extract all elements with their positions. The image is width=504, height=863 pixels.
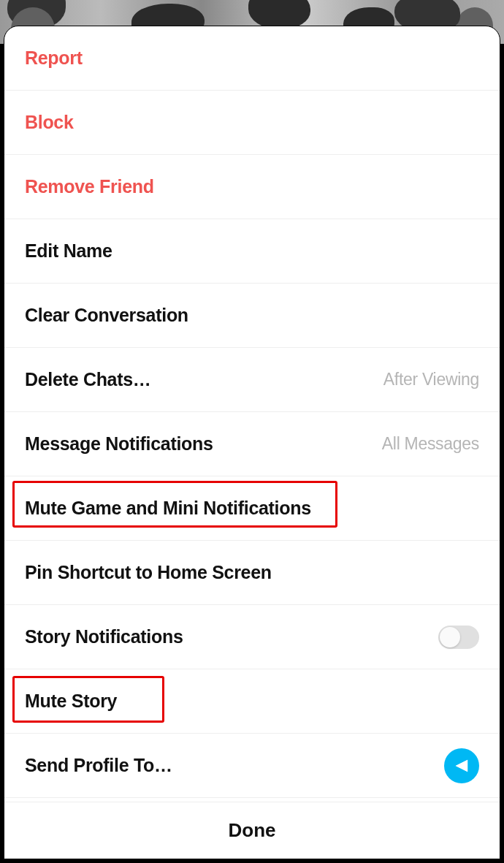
- clear-conversation-label: Clear Conversation: [25, 305, 188, 326]
- report-label: Report: [25, 47, 83, 69]
- message-notifications-button[interactable]: Message Notifications All Messages: [4, 412, 500, 476]
- done-button[interactable]: Done: [4, 802, 500, 859]
- pin-shortcut-button[interactable]: Pin Shortcut to Home Screen: [4, 541, 500, 605]
- delete-chats-button[interactable]: Delete Chats… After Viewing: [4, 348, 500, 412]
- message-notifications-label: Message Notifications: [25, 433, 213, 455]
- pin-shortcut-label: Pin Shortcut to Home Screen: [25, 562, 272, 583]
- menu-list: Report Block Remove Friend Edit Name Cle…: [4, 26, 500, 802]
- send-profile-button[interactable]: Send Profile To…: [4, 734, 500, 798]
- remove-friend-button[interactable]: Remove Friend: [4, 155, 500, 219]
- delete-chats-label: Delete Chats…: [25, 369, 151, 390]
- story-notifications-toggle[interactable]: [438, 626, 479, 649]
- mute-game-button[interactable]: Mute Game and Mini Notifications: [4, 476, 500, 541]
- mute-game-label: Mute Game and Mini Notifications: [25, 498, 311, 519]
- delete-chats-value: After Viewing: [383, 370, 479, 389]
- clear-conversation-button[interactable]: Clear Conversation: [4, 284, 500, 348]
- story-notifications-label: Story Notifications: [25, 626, 183, 647]
- block-label: Block: [25, 112, 74, 133]
- edit-name-button[interactable]: Edit Name: [4, 219, 500, 284]
- mute-story-button[interactable]: Mute Story: [4, 669, 500, 734]
- message-notifications-value: All Messages: [382, 434, 479, 454]
- send-profile-label: Send Profile To…: [25, 755, 172, 776]
- report-button[interactable]: Report: [4, 26, 500, 91]
- remove-friend-label: Remove Friend: [25, 176, 154, 197]
- action-sheet: Report Block Remove Friend Edit Name Cle…: [4, 26, 500, 859]
- send-icon: [444, 748, 479, 783]
- story-notifications-row[interactable]: Story Notifications: [4, 605, 500, 669]
- edit-name-label: Edit Name: [25, 240, 112, 262]
- toggle-knob: [440, 627, 460, 647]
- mute-story-label: Mute Story: [25, 691, 117, 712]
- done-label: Done: [229, 819, 276, 842]
- block-button[interactable]: Block: [4, 91, 500, 155]
